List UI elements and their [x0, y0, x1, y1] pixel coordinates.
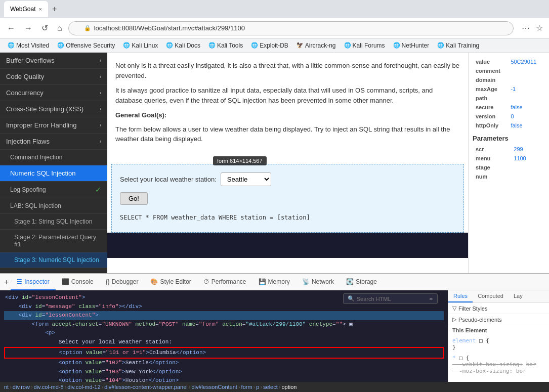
html-line-4[interactable]: <p>	[4, 329, 444, 338]
breadcrumb-item-div.row[interactable]: div.row	[13, 384, 30, 390]
filter-styles[interactable]: ▽ Filter Styles	[448, 303, 549, 314]
devtools-tab-inspector[interactable]: ☰Inspector	[11, 274, 55, 290]
cookie-key: version	[474, 112, 508, 120]
search-icon: 🔍	[348, 295, 355, 302]
dt-right-tab-lay[interactable]: Lay	[509, 290, 528, 302]
breadcrumb-item-nt[interactable]: nt	[4, 384, 9, 390]
breadcrumb-item-p[interactable]: p	[256, 384, 259, 390]
home-button[interactable]: ⌂	[54, 23, 65, 34]
html-line-3[interactable]: <form accept-charset="UNKNOWN" method="P…	[4, 320, 444, 329]
tab-icon: {}	[106, 278, 110, 285]
address-bar[interactable]: 🔒 localhost:8080/WebGoat/start.mvc#attac…	[68, 21, 514, 35]
pencil-icon[interactable]: ✏	[430, 295, 433, 302]
sidebar-item-improper-error-handling[interactable]: Improper Error Handling›	[0, 117, 107, 134]
right-panel: value50C29011commentdomainmaxAge-1pathse…	[468, 53, 549, 273]
tab-label: Debugger	[112, 278, 139, 285]
sidebar-item-stage-1--string-sql-injection[interactable]: Stage 1: String SQL Injection	[0, 214, 107, 230]
sidebar-item-log-spoofing[interactable]: Log Spoofing✓	[0, 182, 107, 198]
more-button[interactable]: ⋯	[520, 22, 532, 34]
bookmark-item-kali-tools[interactable]: 🌐Kali Tools	[205, 41, 246, 50]
sidebar-item-buffer-overflows[interactable]: Buffer Overflows›	[0, 53, 107, 69]
breadcrumb-item-div.col-md-8[interactable]: div.col-md-8	[34, 384, 64, 390]
pseudo-elements[interactable]: ▷ Pseudo-elements	[448, 314, 549, 325]
lesson-form: form 614×114.567 Select your local weath…	[111, 164, 464, 233]
sidebar-label: Improper Error Handling	[6, 121, 76, 129]
active-tab[interactable]: WebGoat ×	[4, 1, 48, 17]
cookie-key: comment	[474, 67, 508, 75]
sidebar-item-injection-flaws[interactable]: Injection Flaws›	[0, 134, 107, 150]
param-key: num	[474, 172, 511, 181]
html-line-9[interactable]: <option value="104">Houston</option>	[4, 376, 444, 382]
go-button[interactable]: Go!	[120, 192, 148, 205]
sidebar-item-stage-2--parameterized-query--1[interactable]: Stage 2: Parameterized Query #1	[0, 230, 107, 252]
html-line-6[interactable]: <option value="101 or 1=1">Columbia</opt…	[4, 347, 444, 359]
devtools-tab-network[interactable]: 📡Network	[296, 274, 340, 290]
browser-titlebar: WebGoat × +	[0, 0, 549, 18]
lock-icon: 🔒	[84, 25, 91, 31]
search-bar[interactable]: 🔍 ✏	[343, 293, 438, 304]
breadcrumb-separator: ›	[10, 384, 12, 390]
bookmark-item-aircrack-ng[interactable]: 🦅Aircrack-ng	[293, 41, 340, 50]
bookmark-label: Kali Training	[446, 42, 479, 49]
bookmark-icon: 🌐	[166, 42, 173, 49]
forward-button[interactable]: →	[21, 23, 35, 34]
breadcrumb-item-div.col-md-12[interactable]: div.col-md-12	[67, 384, 100, 390]
weather-station-select[interactable]: SeattleColumbiaNew YorkHouston	[221, 172, 271, 186]
devtools-tab-performance[interactable]: ⏱Performance	[197, 274, 252, 290]
back-button[interactable]: ←	[4, 23, 18, 34]
tab-close-button[interactable]: ×	[38, 6, 41, 12]
breadcrumb-item-select[interactable]: select	[263, 384, 278, 390]
bookmark-item-kali-linux[interactable]: 🌐Kali Linux	[119, 41, 161, 50]
devtools-tabs: +☰Inspector⬛Console{}Debugger🎨Style Edit…	[0, 274, 549, 290]
devtools-tab-storage[interactable]: 💽Storage	[340, 274, 383, 290]
bookmark-icon: 🌐	[251, 42, 258, 49]
bookmark-item-kali-docs[interactable]: 🌐Kali Docs	[162, 41, 204, 50]
bookmark-item-kali-training[interactable]: 🌐Kali Training	[434, 41, 483, 50]
pseudo-arrow: ▷	[452, 316, 456, 323]
tab-icon: ☰	[17, 278, 22, 285]
sidebar-item-stage-3--numeric-sql-injection[interactable]: Stage 3: Numeric SQL Injection	[0, 252, 107, 268]
html-line-5[interactable]: Select your local weather station:	[4, 338, 444, 347]
sidebar-arrow-icon: ›	[100, 106, 101, 112]
bookmark-button[interactable]: ☆	[534, 22, 545, 34]
sidebar-item-stage-4--parameterized-query--2[interactable]: Stage 4: Parameterized Query #2	[0, 268, 107, 273]
sidebar-label: Stage 3: Numeric SQL Injection	[14, 256, 99, 264]
bookmark-item-kali-forums[interactable]: 🌐Kali Forums	[341, 41, 389, 50]
sidebar-item-numeric-sql-injection[interactable]: Numeric SQL Injection	[0, 165, 107, 182]
sidebar-label: Code Quality	[6, 73, 44, 80]
new-tab-button[interactable]: +	[48, 5, 61, 14]
breadcrumb-item-div#lessonContent[interactable]: div#lessonContent	[191, 384, 237, 390]
sidebar-item-cross-site-scripting--xss-[interactable]: Cross-Site Scripting (XSS)›	[0, 101, 107, 117]
sidebar-arrow-icon: ›	[100, 58, 101, 63]
devtools-tab-style editor[interactable]: 🎨Style Editor	[144, 274, 197, 290]
breadcrumb-item-form[interactable]: form	[241, 384, 252, 390]
nav-icons: ⋯ ☆	[520, 22, 545, 34]
devtools-tab-console[interactable]: ⬛Console	[56, 274, 100, 290]
dt-right-tabs: RulesComputedLay	[448, 290, 549, 303]
bookmark-label: Offensive Security	[66, 42, 115, 49]
devtools-tab-debugger[interactable]: {}Debugger	[100, 274, 145, 290]
sidebar-item-code-quality[interactable]: Code Quality›	[0, 69, 107, 85]
breadcrumb-item-div#lesson-content-wrapper.panel[interactable]: div#lesson-content-wrapper.panel	[104, 384, 188, 390]
dt-right-tab-computed[interactable]: Computed	[473, 290, 509, 302]
bookmark-item-exploit-db[interactable]: 🌐Exploit-DB	[247, 41, 292, 50]
bookmark-item-nethunter[interactable]: 🌐NetHunter	[390, 41, 433, 50]
bookmark-label: Most Visited	[16, 42, 49, 49]
html-line-2[interactable]: <div id="lessonContent">	[4, 311, 444, 320]
dt-right-tab-rules[interactable]: Rules	[448, 290, 473, 302]
dt-right-panel: RulesComputedLay ▽ Filter Styles ▷ Pseud…	[448, 290, 549, 382]
html-line-8[interactable]: <option value="103">New York</option>	[4, 368, 444, 377]
sidebar-item-lab--sql-injection[interactable]: LAB: SQL Injection	[0, 198, 107, 214]
sidebar-item-command-injection[interactable]: Command Injection	[0, 150, 107, 165]
sidebar-label: Log Spoofing	[10, 186, 46, 193]
param-row: scr299	[474, 145, 544, 153]
sidebar-item-concurrency[interactable]: Concurrency›	[0, 85, 107, 101]
html-line-7[interactable]: <option value="102">Seattle</option>	[4, 359, 444, 368]
devtools-add-button[interactable]: +	[2, 278, 11, 287]
refresh-button[interactable]: ↺	[38, 22, 51, 34]
search-html-input[interactable]	[357, 296, 428, 302]
params-table: scr299menu1100stagenum	[473, 144, 545, 182]
devtools-tab-memory[interactable]: 💾Memory	[252, 274, 296, 290]
bookmark-item-offensive-security[interactable]: 🌐Offensive Security	[54, 41, 118, 50]
bookmark-item-most-visited[interactable]: 🌐Most Visited	[4, 41, 53, 50]
